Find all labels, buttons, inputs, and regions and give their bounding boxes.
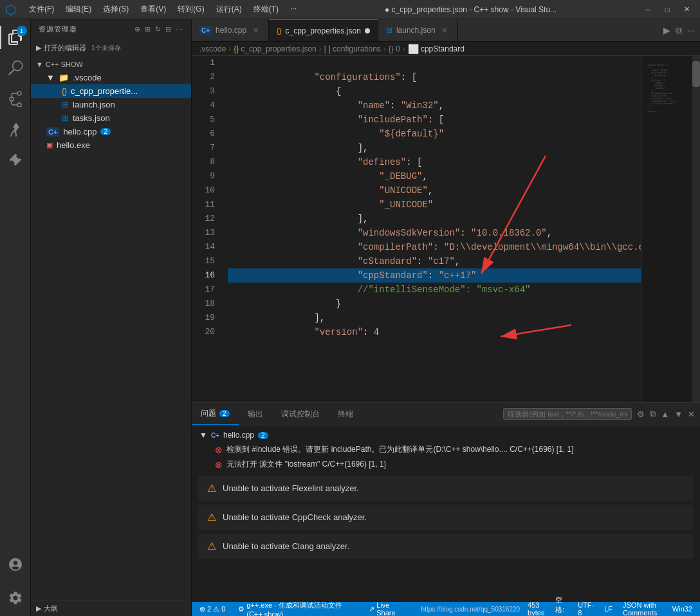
activity-extensions[interactable] xyxy=(0,145,31,176)
breadcrumb-0[interactable]: {} 0 xyxy=(389,44,400,53)
activity-run[interactable] xyxy=(0,115,31,145)
status-errors[interactable]: ⊗ 2 ⚠ 0 xyxy=(197,605,228,613)
exe-icon: ▣ xyxy=(46,141,53,149)
line-num-11: 11 xyxy=(192,198,215,212)
maximize-panel-icon[interactable]: ⧉ xyxy=(650,409,656,419)
json-tab-icon: {} xyxy=(277,27,281,35)
warning-text: Unable to activate Clang analyzer. xyxy=(223,541,349,551)
menu-select[interactable]: 选择(S) xyxy=(98,3,134,16)
tab-launch-json[interactable]: ⊞ launch.json ✕ xyxy=(378,19,458,41)
collapse-icon[interactable]: ⊟ xyxy=(165,25,172,33)
more-actions-icon[interactable]: ··· xyxy=(687,25,695,35)
outline-header[interactable]: ▶ 大纲 xyxy=(31,601,191,616)
activity-explorer[interactable]: 1 xyxy=(0,22,31,53)
scroll-up-icon[interactable]: ▲ xyxy=(661,409,669,419)
vs-tab-icon: ⊞ xyxy=(386,26,392,35)
activity-search[interactable] xyxy=(0,53,31,84)
problem-group-header[interactable]: ▼ C+ hello.cpp 2 xyxy=(192,428,700,442)
file-tasks-json[interactable]: ⊞ tasks.json xyxy=(31,111,191,125)
activity-source-control[interactable] xyxy=(0,84,31,115)
tab-hello-cpp[interactable]: C+ hello.cpp ✕ xyxy=(192,19,269,41)
close-panel-icon[interactable]: ✕ xyxy=(688,409,695,419)
tab-close-button[interactable]: ✕ xyxy=(250,25,261,35)
code-editor[interactable]: 1 2 3 4 5 6 7 8 9 10 11 12 13 14 15 16 1 xyxy=(192,56,700,402)
panel: 问题 2 输出 调试控制台 终端 ⚙ ⧉ ▲ ▼ ✕ xyxy=(192,402,700,602)
open-editors-section: ▶ 打开的编辑器 1个未保存 xyxy=(31,39,191,57)
activity-account[interactable] xyxy=(0,549,31,580)
panel-tab-output[interactable]: 输出 xyxy=(239,403,272,425)
chevron-down-icon: ▼ xyxy=(46,73,55,82)
more-icon[interactable]: ··· xyxy=(176,25,183,33)
status-encoding[interactable]: UTF-8 xyxy=(575,601,596,616)
scrollbar-thumb[interactable] xyxy=(692,61,700,87)
new-folder-icon[interactable]: ⊞ xyxy=(145,25,151,33)
code-token: "name" xyxy=(358,98,390,113)
activity-settings[interactable] xyxy=(0,583,31,613)
split-editor-icon[interactable]: ⧉ xyxy=(676,25,682,36)
status-live-share[interactable]: ↗ Live Share xyxy=(366,601,405,616)
file-error-count: 2 xyxy=(258,432,268,439)
menu-goto[interactable]: 转到(G) xyxy=(172,3,209,16)
output-label: 输出 xyxy=(248,409,263,420)
menu-view[interactable]: 查看(V) xyxy=(135,3,171,16)
file-name: launch.json xyxy=(73,100,115,109)
breadcrumb-active[interactable]: ⬜ cppStandard xyxy=(408,44,465,54)
close-button[interactable]: ✕ xyxy=(678,3,695,16)
spaces-label: 空格: 4 xyxy=(555,595,567,616)
menu-terminal[interactable]: 终端(T) xyxy=(248,3,284,16)
tab-close-button[interactable]: ✕ xyxy=(439,25,450,35)
file-hello-cpp[interactable]: C+ hello.cpp 2 xyxy=(31,125,191,138)
project-header[interactable]: ▼ C++ SHOW xyxy=(31,58,191,71)
breadcrumb-vscode[interactable]: .vscode xyxy=(199,44,226,53)
minimap: { "configurations": [ { "name": "Win32" … xyxy=(641,56,692,402)
tab-label: c_cpp_properties.json xyxy=(285,26,360,35)
refresh-icon[interactable]: ↻ xyxy=(155,25,161,33)
property-icon: ⬜ xyxy=(408,44,419,54)
error-text: 无法打开 源文件 "iostream" C/C++(1696) [1, 1] xyxy=(226,459,386,470)
menu-more[interactable]: ··· xyxy=(285,3,302,16)
sidebar-header-icons: ⊕ ⊞ ↻ ⊟ ··· xyxy=(134,25,183,33)
panel-tab-terminal[interactable]: 终端 xyxy=(329,403,362,425)
file-launch-json[interactable]: ⊞ launch.json xyxy=(31,98,191,111)
open-editors-header[interactable]: ▶ 打开的编辑器 1个未保存 xyxy=(31,41,191,55)
bytes-label: 453 bytes xyxy=(528,601,545,616)
breadcrumb-file[interactable]: {} c_cpp_properties.json xyxy=(234,44,316,53)
panel-tab-debug[interactable]: 调试控制台 xyxy=(272,403,329,425)
problem-group-hello-cpp: ▼ C+ hello.cpp 2 ⊗ 检测到 #include 错误。请更新 i… xyxy=(192,428,700,472)
breadcrumb-configurations[interactable]: [ ] configurations xyxy=(324,44,381,53)
explorer-badge: 1 xyxy=(17,26,27,36)
cpp-tab-icon: C+ xyxy=(199,26,212,35)
vscode-folder[interactable]: ▼ 📁 .vscode xyxy=(31,71,191,84)
problem-item-2[interactable]: ⊗ 无法打开 源文件 "iostream" C/C++(1696) [1, 1] xyxy=(192,457,700,472)
scroll-down-icon[interactable]: ▼ xyxy=(674,409,683,419)
menu-file[interactable]: 文件(F) xyxy=(24,3,59,16)
status-spaces[interactable]: 空格: 4 xyxy=(553,595,570,616)
scrollbar-track[interactable] xyxy=(692,56,700,402)
minimize-button[interactable]: ─ xyxy=(640,3,656,16)
tab-c-cpp-properties[interactable]: {} c_cpp_properties.json xyxy=(269,19,378,41)
panel-tab-problems[interactable]: 问题 2 xyxy=(192,403,239,425)
filter-input[interactable] xyxy=(503,408,632,420)
status-bytes[interactable]: 453 bytes xyxy=(525,601,548,616)
new-file-icon[interactable]: ⊕ xyxy=(134,25,141,33)
line-num-8: 8 xyxy=(192,155,215,169)
vs-icon: ⊞ xyxy=(62,100,69,109)
status-git[interactable]: ⚙ g++.exe - 生成和调试活动文件 (C++ show) xyxy=(235,601,358,617)
maximize-button[interactable]: □ xyxy=(659,3,676,16)
menu-run[interactable]: 运行(A) xyxy=(211,3,247,16)
csdn-link[interactable]: https://blog.csdn.net/qq_50316220 xyxy=(421,606,520,613)
code-token: "${default}" xyxy=(379,127,444,141)
filter-icon[interactable]: ⚙ xyxy=(637,409,645,419)
line-num-7: 7 xyxy=(192,141,215,155)
error-icon: ⊗ xyxy=(215,445,223,455)
outline-section: ▶ 大纲 xyxy=(31,601,191,616)
status-platform[interactable]: Win32 xyxy=(670,605,695,613)
status-line-ending[interactable]: LF xyxy=(602,605,615,613)
file-c-cpp-properties[interactable]: {} c_cpp_propertie... xyxy=(31,84,191,98)
status-language[interactable]: JSON with Comments xyxy=(620,601,665,616)
run-icon[interactable]: ▶ xyxy=(663,25,670,35)
menu-edit[interactable]: 编辑(E) xyxy=(60,3,97,16)
file-hello-exe[interactable]: ▣ hello.exe xyxy=(31,138,191,152)
problem-item-1[interactable]: ⊗ 检测到 #include 错误。请更新 includePath。已为此翻译单… xyxy=(192,442,700,457)
error-text: 检测到 #include 错误。请更新 includePath。已为此翻译单元(… xyxy=(226,444,574,455)
